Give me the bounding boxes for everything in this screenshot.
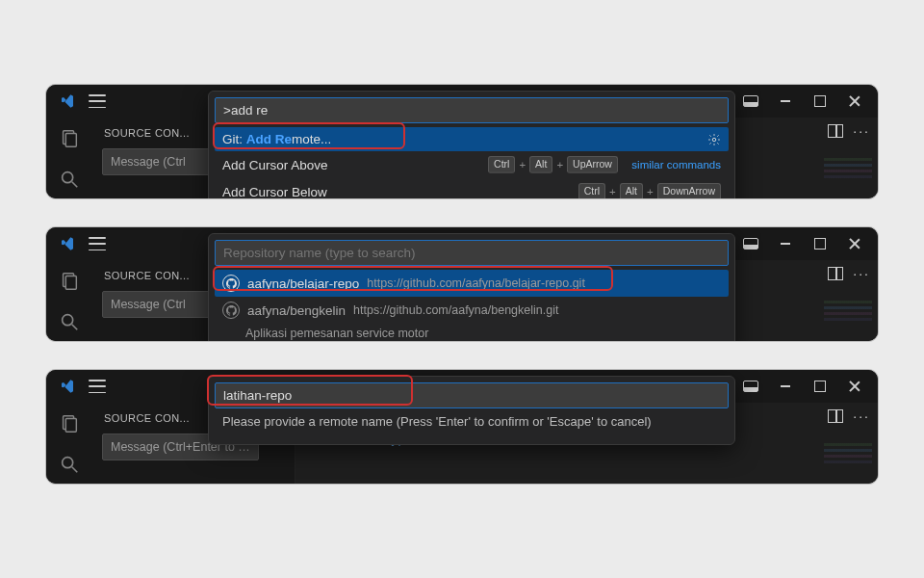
repo-option-1[interactable]: aafyna/belajar-repo https://github.com/a… <box>215 270 729 297</box>
vscode-icon <box>60 93 75 109</box>
more-icon[interactable]: ··· <box>853 408 870 424</box>
search-icon[interactable] <box>58 310 81 333</box>
repo-description: Aplikasi pemesanan service motor <box>222 327 721 340</box>
split-editor-icon[interactable] <box>828 409 843 423</box>
close-button[interactable] <box>841 230 868 257</box>
menu-icon[interactable] <box>89 237 106 250</box>
layout-bottom-icon[interactable] <box>737 373 764 400</box>
more-icon[interactable]: ··· <box>853 266 870 281</box>
vscode-icon <box>60 236 75 251</box>
menu-icon[interactable] <box>89 380 106 393</box>
close-button[interactable] <box>841 373 868 400</box>
remote-name-input-box: Please provide a remote name (Press 'Ent… <box>208 376 735 445</box>
layout-bottom-icon[interactable] <box>737 230 764 257</box>
svg-line-3 <box>72 182 78 188</box>
github-icon <box>222 275 240 292</box>
input-hint: Please provide a remote name (Press 'Ent… <box>215 408 729 431</box>
minimize-button[interactable] <box>772 88 799 115</box>
activity-bar <box>46 260 92 341</box>
minimize-button[interactable] <box>772 230 799 257</box>
maximize-button[interactable] <box>807 373 834 400</box>
gear-icon[interactable] <box>707 133 721 146</box>
svg-line-8 <box>72 325 78 330</box>
svg-rect-10 <box>65 419 76 433</box>
svg-point-11 <box>63 458 73 468</box>
command-palette-input[interactable] <box>215 97 729 123</box>
minimap[interactable] <box>824 443 872 482</box>
activity-bar <box>46 403 92 484</box>
command-add-cursor-above[interactable]: Add Cursor Above Ctrl+ Alt+ UpArrow simi… <box>215 151 729 178</box>
minimize-button[interactable] <box>772 373 799 400</box>
layout-bottom-icon[interactable] <box>737 88 764 115</box>
minimap[interactable] <box>824 158 872 197</box>
maximize-button[interactable] <box>807 88 834 115</box>
vscode-window-3: SOURCE CON... Message (Ctrl+Enter to co.… <box>46 370 878 484</box>
svg-point-4 <box>712 138 716 142</box>
search-icon[interactable] <box>58 453 81 476</box>
svg-line-12 <box>72 467 78 473</box>
repository-picker: aafyna/belajar-repo https://github.com/a… <box>208 233 735 341</box>
command-git-add-remote[interactable]: Git: Add Remote... <box>215 127 729 151</box>
explorer-icon[interactable] <box>58 270 81 293</box>
svg-rect-6 <box>65 276 76 290</box>
explorer-icon[interactable] <box>58 127 81 150</box>
repo-option-2[interactable]: aafyna/bengkelin https://github.com/aafy… <box>215 297 729 341</box>
github-icon <box>222 302 240 319</box>
split-editor-icon[interactable] <box>828 267 843 280</box>
activity-bar <box>46 118 92 198</box>
command-add-cursor-below[interactable]: Add Cursor Below Ctrl+ Alt+ DownArrow <box>215 178 729 198</box>
command-palette: Git: Add Remote... Add Cursor Above Ctrl… <box>208 91 735 198</box>
svg-point-7 <box>63 315 73 326</box>
vscode-window-1: SOURCE CON... Message (Ctrl ··· Git: Add… <box>46 85 878 198</box>
repository-search-input[interactable] <box>215 240 729 266</box>
more-icon[interactable]: ··· <box>853 123 870 139</box>
similar-commands-link[interactable]: similar commands <box>631 159 721 171</box>
vscode-icon <box>60 379 75 394</box>
minimap[interactable] <box>824 301 872 339</box>
svg-rect-1 <box>65 134 76 147</box>
svg-point-2 <box>63 172 73 183</box>
explorer-icon[interactable] <box>58 412 81 435</box>
search-icon[interactable] <box>58 168 81 191</box>
vscode-window-2: SOURCE CON... Message (Ctrl ··· aafyna/b… <box>46 227 878 341</box>
maximize-button[interactable] <box>807 230 834 257</box>
split-editor-icon[interactable] <box>828 124 843 138</box>
remote-name-input[interactable] <box>215 382 729 408</box>
menu-icon[interactable] <box>89 94 106 108</box>
close-button[interactable] <box>841 88 868 115</box>
